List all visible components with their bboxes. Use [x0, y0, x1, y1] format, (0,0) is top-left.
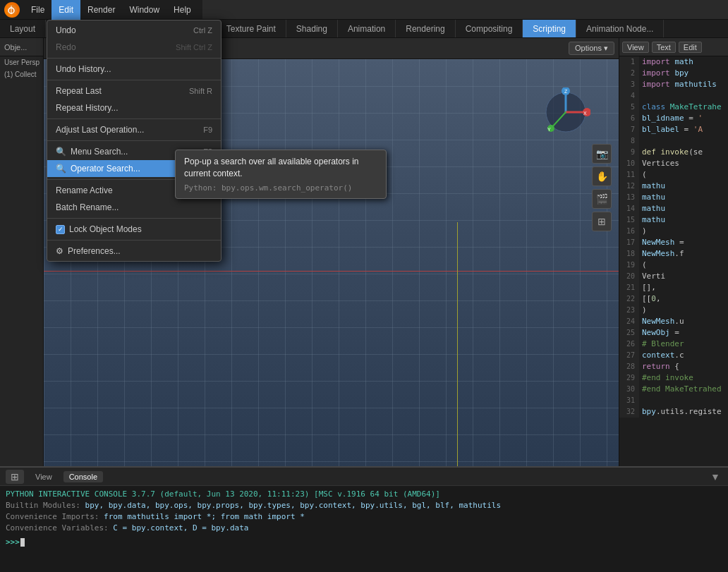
- tab-shading[interactable]: Shading: [286, 20, 338, 37]
- menu-item-adjust-last[interactable]: Adjust Last Operation... F9: [47, 121, 221, 138]
- separator-6: [47, 218, 221, 219]
- menu-item-repeat-last[interactable]: Repeat Last Shift R: [47, 83, 221, 99]
- app-logo-area: File Edit Render Window Help: [0, 0, 202, 19]
- console-icon[interactable]: ⊞: [6, 470, 24, 484]
- outliner-panel: Obje... User Persp (1) Collect: [0, 38, 44, 466]
- script-line-1: 1import math: [619, 56, 728, 68]
- console-vars-line: Convenience Variables: C = bpy.context, …: [6, 523, 722, 534]
- script-toolbar: View Text Edit: [619, 38, 728, 56]
- script-line-24: 24 NewMesh.u: [619, 316, 728, 327]
- menu-item-rename-active[interactable]: Rename Active: [47, 182, 221, 199]
- view-icon-3[interactable]: 🎬: [592, 189, 612, 209]
- script-line-6: 6 bl_idname = ': [619, 113, 728, 124]
- menu-edit[interactable]: Edit: [51, 0, 80, 20]
- tab-animation[interactable]: Animation: [338, 20, 396, 37]
- separator-1: [47, 58, 221, 59]
- viewport-gizmo[interactable]: Z X Y: [541, 87, 590, 137]
- script-line-28: 28 return {: [619, 361, 728, 372]
- script-line-16: 16 ): [619, 226, 728, 237]
- repeat-history-label: Repeat History...: [56, 103, 118, 113]
- script-line-10: 10 Vertices: [619, 158, 728, 169]
- tab-rendering[interactable]: Rendering: [396, 20, 455, 37]
- console-area: ⊞ View Console ▼ PYTHON INTERACTIVE CONS…: [0, 466, 728, 572]
- script-edit-button[interactable]: Edit: [679, 42, 702, 53]
- menu-search-icon: 🔍: [56, 147, 66, 157]
- menu-item-lock-obj-modes[interactable]: ✓ Lock Object Modes: [47, 221, 221, 238]
- menu-window[interactable]: Window: [122, 0, 166, 20]
- script-line-7: 7 bl_label = 'A: [619, 124, 728, 135]
- console-tab-console[interactable]: Console: [63, 471, 103, 482]
- tab-layout[interactable]: Layout: [0, 20, 46, 37]
- lock-modes-checkbox[interactable]: ✓: [56, 225, 65, 234]
- separator-5: [47, 179, 221, 180]
- console-scroll-down[interactable]: ▼: [708, 470, 722, 484]
- script-line-21: 21 [],: [619, 282, 728, 293]
- view-icon-2[interactable]: ✋: [592, 166, 612, 186]
- redo-label: Redo: [56, 42, 76, 52]
- menu-render[interactable]: Render: [80, 0, 122, 20]
- console-tab-view[interactable]: View: [30, 471, 58, 482]
- tab-texture-paint[interactable]: Texture Paint: [217, 20, 286, 37]
- menu-item-repeat-history[interactable]: Repeat History...: [47, 99, 221, 116]
- undo-history-label: Undo History...: [56, 64, 111, 74]
- menu-item-undo[interactable]: Undo Ctrl Z: [47, 22, 221, 39]
- script-line-27: 27 context.c: [619, 350, 728, 361]
- adjust-last-shortcut: F9: [203, 126, 212, 134]
- script-line-13: 13 mathu: [619, 192, 728, 203]
- script-line-12: 12 mathu: [619, 181, 728, 192]
- view-icon-4[interactable]: ⊞: [592, 212, 612, 231]
- separator-2: [47, 80, 221, 80]
- console-header-line: PYTHON INTERACTIVE CONSOLE 3.7.7 (defaul…: [6, 489, 722, 500]
- script-line-29: 29 #end invoke: [619, 372, 728, 384]
- script-line-17: 17 NewMesh =: [619, 237, 728, 248]
- console-prompt-symbol: >>>: [6, 537, 20, 548]
- options-section: Options ▾: [569, 42, 614, 55]
- outliner-item-1[interactable]: User Persp: [0, 56, 43, 68]
- outliner-item-2[interactable]: (1) Collect: [0, 68, 43, 80]
- script-view-button[interactable]: View: [622, 42, 649, 53]
- menu-help[interactable]: Help: [166, 0, 198, 20]
- menu-item-menu-search[interactable]: 🔍 Menu Search... F3: [47, 143, 221, 160]
- svg-text:Y: Y: [547, 127, 551, 132]
- tab-compositing[interactable]: Compositing: [456, 20, 523, 37]
- console-prompt-line[interactable]: >>>: [6, 537, 722, 548]
- script-line-18: 18 NewMesh.f: [619, 248, 728, 260]
- preferences-icon: ⚙: [56, 246, 63, 256]
- script-line-4: 4: [619, 90, 728, 102]
- axis-y-line: [457, 222, 458, 466]
- script-line-2: 2import bpy: [619, 68, 728, 79]
- view-icon-1[interactable]: 📷: [592, 144, 612, 164]
- svg-text:Z: Z: [564, 89, 568, 94]
- script-editor-panel: View Text Edit 1import math 2import bpy …: [619, 38, 728, 466]
- blender-logo-icon: [4, 2, 20, 18]
- script-line-15: 15 mathu: [619, 214, 728, 226]
- tab-scripting[interactable]: Scripting: [523, 20, 576, 37]
- menu-item-undo-history[interactable]: Undo History...: [47, 61, 221, 78]
- operator-search-shortcut: .: [210, 164, 212, 173]
- script-line-26: 26 # Blender: [619, 339, 728, 350]
- script-text-button[interactable]: Text: [652, 42, 676, 53]
- repeat-last-label: Repeat Last: [56, 86, 102, 96]
- console-cursor: [20, 538, 25, 547]
- undo-shortcut: Ctrl Z: [193, 26, 212, 35]
- tab-animation-nodes[interactable]: Animation Node...: [576, 20, 664, 37]
- options-button[interactable]: Options ▾: [569, 42, 614, 55]
- script-line-32: 32bpy.utils.registe: [619, 406, 728, 418]
- menu-item-preferences[interactable]: ⚙ Preferences...: [47, 243, 221, 260]
- adjust-last-label: Adjust Last Operation...: [56, 125, 144, 135]
- preferences-label: Preferences...: [68, 246, 121, 256]
- operator-search-label: Operator Search...: [71, 164, 140, 174]
- repeat-last-shortcut: Shift R: [189, 87, 212, 95]
- script-line-25: 25 NewObj =: [619, 327, 728, 339]
- console-imports-line: Convenience Imports: from mathutils impo…: [6, 511, 722, 523]
- undo-label: Undo: [56, 25, 76, 35]
- script-line-30: 30#end MakeTetrahed: [619, 384, 728, 395]
- menu-file[interactable]: File: [24, 0, 51, 20]
- menu-item-redo[interactable]: Redo Shift Ctrl Z: [47, 39, 221, 56]
- script-content: 1import math 2import bpy 3import mathuti…: [619, 56, 728, 466]
- menu-item-batch-rename[interactable]: Batch Rename...: [47, 199, 221, 216]
- script-line-3: 3import mathutils: [619, 79, 728, 90]
- batch-rename-label: Batch Rename...: [56, 202, 119, 212]
- menu-item-operator-search[interactable]: 🔍 Operator Search... .: [47, 160, 221, 177]
- axis-x-line: [44, 271, 619, 272]
